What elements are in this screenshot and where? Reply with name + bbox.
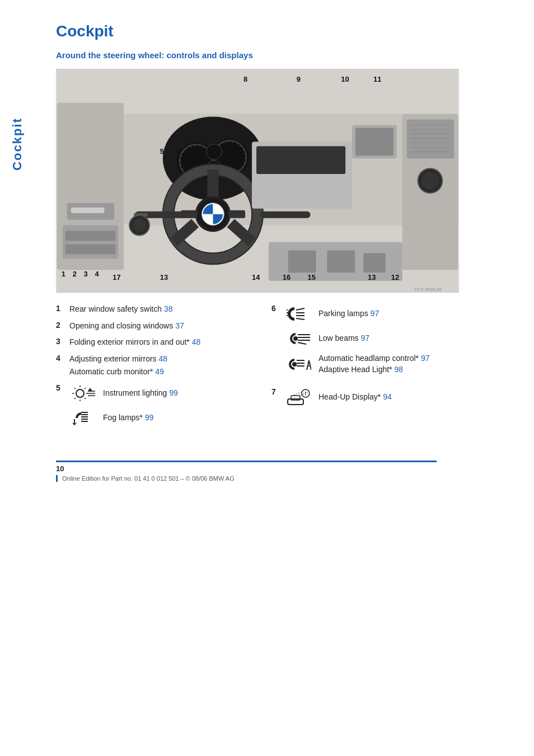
svg-point-30 (133, 219, 146, 232)
svg-point-95 (292, 362, 297, 367)
svg-text:4: 4 (95, 270, 99, 278)
page-number: 10 (56, 464, 512, 473)
svg-rect-31 (260, 212, 311, 218)
item-number: 4 (56, 354, 66, 363)
svg-text:6: 6 (177, 147, 181, 156)
section-subtitle: Around the steering wheel: controls and … (56, 50, 512, 60)
sidebar-label: Cockpit (10, 118, 25, 171)
item-page-link[interactable]: 99 (169, 388, 178, 397)
instrument-lighting-label: Instrument lighting 99 (103, 388, 178, 399)
list-item: 2 Opening and closing windows 37 (56, 321, 238, 332)
item-number: 1 (56, 304, 66, 313)
item-sub-description: Automatic curb monitor* 49 (69, 367, 164, 378)
auto-headlamp-item: Automatic headlamp control* 97 Adaptive … (285, 353, 429, 375)
list-item-6: 6 (271, 304, 459, 379)
svg-rect-35 (355, 128, 394, 156)
list-item-7: 7 (271, 387, 459, 412)
svg-text:7: 7 (194, 147, 198, 156)
svg-line-76 (85, 398, 86, 399)
svg-text:2: 2 (73, 270, 77, 278)
item-number: 6 (271, 304, 282, 313)
low-beams-icon (285, 328, 313, 349)
svg-text:1: 1 (62, 270, 65, 278)
svg-point-104 (305, 394, 306, 395)
svg-line-77 (85, 388, 86, 389)
left-column: 1 Rear window safety switch 38 2 Opening… (56, 304, 249, 438)
svg-line-83 (296, 308, 305, 310)
svg-text:11: 11 (373, 75, 381, 83)
adaptive-head-light-label: Adaptive Head Light* 98 (318, 365, 403, 374)
item-description: Folding exterior mirrors in and out* 48 (69, 337, 200, 348)
svg-line-94 (298, 342, 306, 344)
svg-point-46 (421, 172, 439, 190)
right-column: 6 (266, 304, 459, 438)
parking-lamps-item: Parking lamps 97 (285, 304, 429, 324)
item-number: 3 (56, 337, 66, 346)
svg-point-16 (206, 144, 222, 159)
svg-line-86 (296, 318, 305, 320)
svg-point-70 (76, 389, 84, 397)
item-sub-page-link[interactable]: 49 (155, 367, 164, 376)
item-description: Rear window safety switch 38 (69, 304, 172, 315)
item-page-link[interactable]: 48 (192, 337, 201, 346)
svg-line-106 (299, 392, 309, 396)
fog-lamps-icon (69, 408, 97, 428)
instrument-lighting-icon (69, 383, 97, 403)
list-item: 1 Rear window safety switch 38 (56, 304, 238, 315)
head-up-display-icon (285, 387, 313, 407)
list-item: 3 Folding exterior mirrors in and out* 4… (56, 337, 238, 348)
list-item-5: 5 (56, 383, 238, 433)
svg-line-105 (292, 392, 302, 396)
svg-text:14: 14 (252, 273, 260, 281)
item-number: 5 (56, 383, 66, 392)
svg-text:9: 9 (297, 75, 301, 83)
svg-text:©CT-5505-09: ©CT-5505-09 (414, 287, 441, 292)
svg-text:17: 17 (113, 273, 120, 281)
item-description: Opening and closing windows 37 (69, 321, 184, 332)
footer-separator (56, 461, 437, 462)
svg-rect-26 (228, 210, 245, 218)
item-page-link[interactable]: 94 (383, 392, 392, 401)
svg-rect-3 (65, 231, 116, 241)
svg-text:16: 16 (283, 273, 291, 281)
svg-text:13: 13 (368, 273, 376, 281)
instrument-lighting-item: Instrument lighting 99 (69, 383, 178, 403)
fog-lamps-item: Fog lamps* 99 (69, 408, 178, 428)
svg-point-90 (293, 336, 298, 341)
svg-text:5: 5 (160, 147, 164, 156)
svg-text:3: 3 (84, 270, 88, 278)
item-number: 7 (271, 387, 282, 396)
item-page-link[interactable]: 38 (164, 304, 173, 313)
item-page-link[interactable]: 97 (371, 309, 380, 318)
page-title: Cockpit (56, 22, 512, 40)
footer-copyright: Online Edition for Part no. 01 41 0 012 … (56, 475, 512, 482)
svg-rect-4 (65, 244, 116, 254)
dashboard-image: 1 2 3 4 5 6 7 8 9 10 11 12 13 17 13 14 1… (56, 69, 459, 293)
svg-text:8: 8 (243, 75, 247, 83)
parking-lamps-icon (285, 304, 313, 324)
auto-headlamp-label: Automatic headlamp control* 97 (318, 354, 429, 363)
item-page-link[interactable]: 37 (175, 321, 184, 330)
svg-text:12: 12 (391, 273, 399, 281)
svg-rect-33 (256, 146, 345, 174)
svg-rect-50 (363, 253, 386, 273)
item-sub-page-link[interactable]: 98 (394, 365, 403, 374)
item-page-link[interactable]: 48 (159, 354, 168, 363)
svg-text:13: 13 (160, 273, 168, 281)
svg-rect-6 (71, 208, 105, 213)
auto-headlamp-icon (285, 354, 313, 374)
item-page-link[interactable]: 99 (145, 413, 154, 422)
svg-text:15: 15 (308, 273, 316, 281)
low-beams-label: Low beams 97 (318, 333, 369, 344)
head-up-display-item: Head-Up Display* 94 (285, 387, 392, 407)
head-up-display-label: Head-Up Display* 94 (318, 392, 392, 403)
fog-lamps-label: Fog lamps* 99 (103, 412, 153, 424)
item-page-link[interactable]: 97 (360, 334, 369, 342)
svg-line-78 (74, 398, 76, 399)
svg-rect-48 (288, 250, 316, 273)
item-page-link[interactable]: 97 (421, 354, 430, 363)
svg-rect-49 (327, 250, 355, 273)
item-number: 2 (56, 321, 66, 330)
item-description: Adjusting exterior mirrors 48 (69, 354, 167, 365)
parking-lamps-label: Parking lamps 97 (318, 308, 379, 320)
